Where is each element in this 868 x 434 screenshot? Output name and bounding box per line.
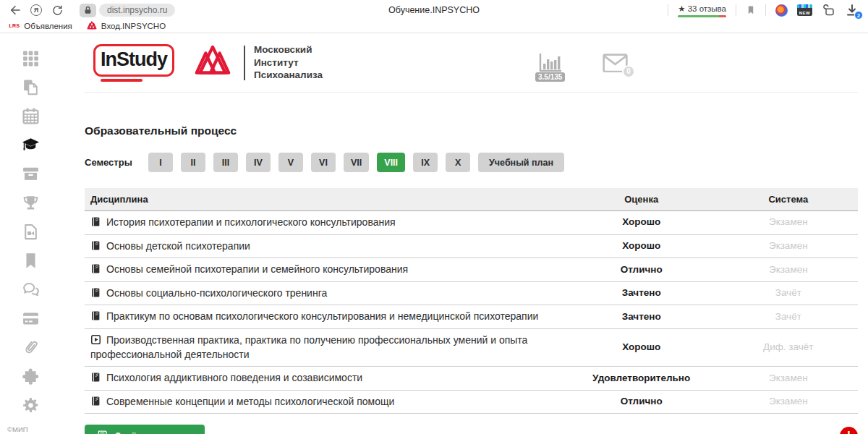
table-row[interactable]: Современные концепции и методы психологи… — [85, 390, 858, 414]
book-icon — [96, 430, 109, 434]
yandex-icon[interactable]: Я — [30, 4, 42, 16]
semester-tab-II[interactable]: II — [181, 153, 205, 172]
bookmark-label: Вход.INPSYCHO — [101, 22, 166, 30]
progress-stats-icon[interactable]: 3.5/135 — [537, 52, 563, 74]
refresh-icon[interactable] — [51, 4, 64, 17]
star-icon: ★ — [678, 4, 685, 13]
institute-name: Московский Институт Психоанализа — [254, 43, 323, 82]
semester-tab-VI[interactable]: VI — [311, 153, 336, 172]
book-icon — [90, 310, 101, 321]
table-header-row: Дисциплина Оценка Система — [85, 188, 858, 211]
copy-icon — [22, 78, 40, 96]
grade-value: Отлично — [564, 390, 719, 414]
site-header: InStudy Московский Институт Психоанализа… — [85, 33, 858, 93]
back-icon[interactable] — [9, 4, 22, 17]
discipline-name: История психотерапии и психологического … — [106, 216, 396, 228]
chat-icon — [22, 281, 40, 299]
app: ©МИП InStudy Московский Институт Психоан… — [0, 33, 868, 434]
lms-favicon: LMS — [9, 22, 20, 29]
browser-extension-icon[interactable] — [822, 4, 835, 17]
table-row[interactable]: Основы семейной психотерапии и семейного… — [85, 258, 858, 282]
book-icon — [90, 287, 101, 298]
progress-badge: 3.5/135 — [535, 72, 565, 82]
table-row[interactable]: Основы детской психотерапииХорошоЭкзамен — [85, 234, 858, 258]
sidebar-item-messages[interactable] — [22, 281, 40, 299]
sidebar-item-dashboard[interactable] — [22, 49, 40, 67]
gradebook-button[interactable]: Зачётная книжка — [85, 425, 205, 434]
table-body: История психотерапии и психологического … — [85, 211, 858, 414]
gear-icon — [22, 396, 40, 414]
table-row[interactable]: Практикум по основам психологического ко… — [85, 305, 858, 329]
alert-icon[interactable]: ! — [840, 427, 858, 434]
semester-tab-V[interactable]: V — [278, 153, 303, 172]
divider — [244, 46, 245, 80]
semester-tab-VII[interactable]: VII — [344, 153, 369, 172]
semester-tab-III[interactable]: III — [213, 153, 238, 172]
reviews-label: 33 отзыва — [688, 4, 726, 13]
downloads-badge: 2 — [854, 11, 863, 20]
semester-tab-I[interactable]: I — [148, 153, 173, 172]
semester-tabs: IIIIIIIVVVIVIIVIIIIXX — [148, 153, 470, 172]
sidebar-item-video[interactable] — [22, 223, 40, 241]
bookmark-label: Объявления — [24, 22, 72, 30]
semester-tab-VIII[interactable]: VIII — [377, 153, 405, 172]
col-system: Система — [719, 188, 858, 211]
grading-system: Экзамен — [719, 390, 858, 414]
table-row[interactable]: Производственная практика, практика по п… — [85, 328, 858, 366]
toolbar-actions: ★ 33 отзыва NEW 2 — [668, 3, 859, 17]
divider — [736, 4, 736, 16]
cap-icon — [22, 136, 40, 154]
grade-value: Хорошо — [564, 211, 719, 235]
mip-favicon — [87, 21, 97, 30]
discipline-name: Основы семейной психотерапии и семейного… — [106, 263, 408, 275]
divider — [765, 4, 766, 16]
sidebar-item-integrations[interactable] — [22, 367, 40, 386]
video-icon — [90, 334, 101, 345]
semester-tab-X[interactable]: X — [446, 153, 470, 172]
sidebar-item-bookmarks[interactable] — [22, 252, 40, 270]
sidebar-item-achievements[interactable] — [22, 194, 40, 212]
bookmarks-bar: LMS Объявления Вход.INPSYCHO — [0, 20, 868, 33]
col-discipline: Дисциплина — [85, 188, 564, 211]
table-row[interactable]: Основы социально-психологического тренин… — [85, 281, 858, 305]
new-badge: NEW — [799, 11, 811, 17]
sidebar-item-settings[interactable] — [22, 396, 40, 414]
sidebar-item-payments[interactable] — [22, 310, 40, 328]
sidebar-item-archive[interactable] — [22, 165, 40, 183]
grading-system: Экзамен — [719, 234, 858, 258]
grade-value: Хорошо — [564, 234, 719, 258]
grading-system: Зачёт — [719, 305, 858, 329]
table-row[interactable]: История психотерапии и психологического … — [85, 211, 858, 235]
site-reviews[interactable]: ★ 33 отзыва — [678, 4, 726, 17]
sidebar-item-education[interactable] — [22, 136, 40, 154]
new-extension-icon[interactable]: NEW — [797, 4, 812, 16]
page-title: Обучение.INPSYCHO — [388, 5, 480, 15]
sidebar-item-documents[interactable] — [22, 78, 40, 96]
browser-profile-icon[interactable] — [775, 4, 788, 17]
clip-icon — [22, 339, 40, 357]
grade-value: Хорошо — [564, 328, 719, 366]
sidebar-item-attachments[interactable] — [22, 339, 40, 357]
semester-bar: Семестры IIIIIIIVVVIVIIVIIIIXX Учебный п… — [85, 153, 858, 172]
grades-table: Дисциплина Оценка Система История психот… — [85, 188, 858, 414]
downloads-icon[interactable]: 2 — [845, 3, 859, 17]
semester-tab-IV[interactable]: IV — [246, 153, 271, 172]
rating-bar — [678, 15, 726, 17]
url-field[interactable]: dist.inpsycho.ru — [99, 4, 175, 17]
sidebar-item-calendar[interactable] — [22, 107, 40, 125]
bookmark-login[interactable]: Вход.INPSYCHO — [87, 21, 166, 30]
grading-system: Диф. зачёт — [719, 328, 858, 366]
bookmark-flag-icon[interactable] — [746, 4, 756, 16]
puzzle-icon — [22, 367, 40, 386]
semester-tab-IX[interactable]: IX — [413, 153, 438, 172]
videodoc-icon — [22, 223, 40, 241]
curriculum-plan-button[interactable]: Учебный план — [478, 153, 564, 172]
page-heading: Образовательный процесс — [85, 124, 858, 137]
bookmark-announcements[interactable]: LMS Объявления — [9, 22, 72, 30]
instudy-logo[interactable]: InStudy — [93, 44, 174, 77]
discipline-name: Основы детской психотерапии — [106, 240, 250, 252]
book-icon — [90, 240, 101, 251]
table-row[interactable]: Психология аддиктивного поведения и соза… — [85, 367, 858, 391]
mail-icon[interactable]: 0 — [603, 54, 628, 73]
lock-icon[interactable] — [80, 4, 96, 17]
